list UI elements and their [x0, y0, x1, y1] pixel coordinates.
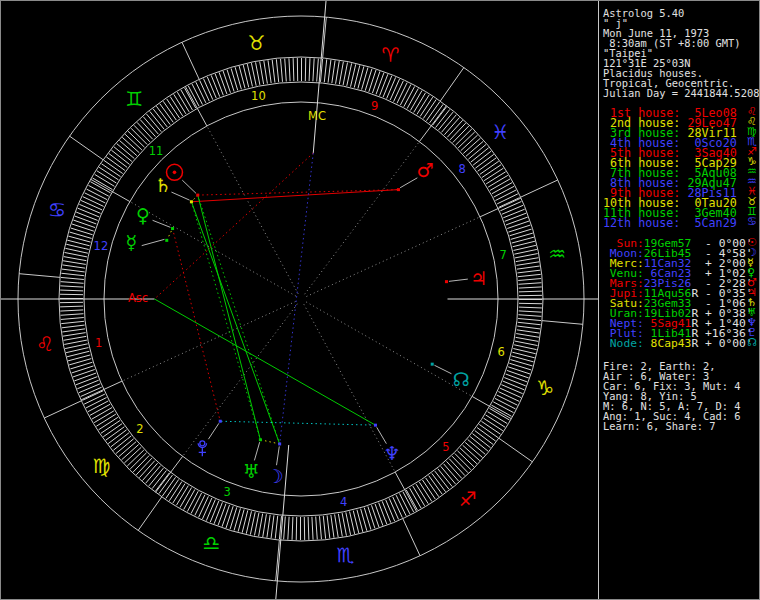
- house-row: 12th house: 5Can29♋: [603, 218, 737, 228]
- planet-label: Node:: [603, 337, 644, 350]
- house-cusp-value: 5Can29: [680, 216, 736, 230]
- sidebar: Astrolog 5.40" j"Mon June 11, 1973 8:30a…: [1, 1, 760, 600]
- astrolog-window: ♈♉♊♋♌♍♎♏♐♑♒♓123456789101112☽☿♀♂♃♄♅♆☊AscM…: [0, 0, 760, 600]
- house-label: 12th house:: [603, 216, 680, 230]
- zodiac-sign-icon: ♋: [747, 217, 757, 227]
- planet-velocity: R + 0°00': [691, 337, 752, 350]
- sidebar-text-line: Julian Day = 2441844.5208: [603, 88, 759, 98]
- sidebar-text-line: Learn: 6, Share: 7: [603, 421, 716, 431]
- planet-icon: ☊: [747, 338, 757, 348]
- planet-position-value: 8Cap43: [644, 337, 692, 350]
- planet-row: Node: 8Cap43R + 0°00'☊: [603, 339, 753, 349]
